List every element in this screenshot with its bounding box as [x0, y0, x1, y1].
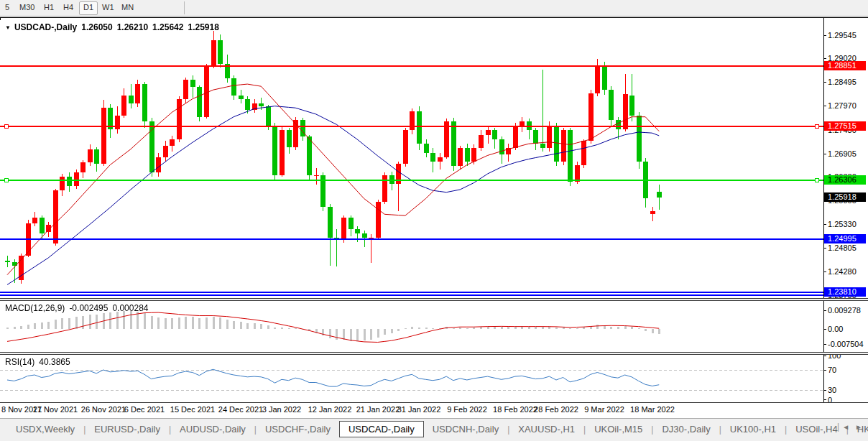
rsi-tick-label: 0 — [828, 396, 832, 404]
timeframe-toolbar: 5M30H1H4D1W1MN — [0, 0, 868, 17]
macd-main-value: -0.002495 — [69, 303, 108, 313]
rsi-legend: RSI(14)40.3865 — [5, 357, 70, 367]
price-tick-mark — [823, 248, 826, 249]
chart-title: ▼USDCAD-,Daily1.260501.262101.256421.259… — [5, 22, 219, 32]
price-tag-1.27515: 1.27515 — [824, 121, 866, 131]
timeframe-button-MN[interactable]: MN — [118, 1, 137, 14]
price-chart-canvas[interactable] — [0, 20, 823, 298]
date-label: 3 Jan 2022 — [262, 405, 301, 414]
price-tick-label: 1.29545 — [828, 31, 857, 40]
macd-label: MACD(12,26,9) — [5, 303, 65, 313]
macd-tick-mark — [823, 344, 826, 345]
date-label: 17 Nov 2021 — [33, 405, 78, 414]
timeframe-button-H1[interactable]: H1 — [40, 1, 57, 14]
chart-tab-bar: USDX,Weekly|EURUSD-,Daily|AUDUSD-,Daily|… — [0, 418, 868, 441]
rsi-tick-mark — [823, 399, 826, 400]
date-label: 24 Dec 2021 — [218, 405, 263, 414]
tab-dj30-daily[interactable]: DJ30-,Daily — [653, 422, 719, 437]
ohlc-high: 1.26210 — [117, 22, 148, 32]
tab-audusd-daily[interactable]: AUDUSD-,Daily — [171, 422, 254, 437]
rsi-tick-mark — [823, 370, 826, 371]
tab-xauusd-h1[interactable]: XAUUSD-,H1 — [509, 422, 583, 437]
rsi-tick-label: 30 — [828, 386, 836, 394]
chart-tabs: USDX,Weekly|EURUSD-,Daily|AUDUSD-,Daily|… — [7, 420, 868, 438]
price-tick-mark — [823, 224, 826, 225]
tab-usdx-weekly[interactable]: USDX,Weekly — [7, 422, 83, 437]
rsi-indicator-canvas[interactable] — [0, 355, 823, 402]
pane-splitter-macd[interactable] — [0, 298, 868, 301]
macd-tick-label: 0.00 — [828, 325, 843, 333]
price-tag-1.23810: 1.23810 — [824, 287, 866, 297]
mt4-window: 5M30H1H4D1W1MN ▼USDCAD-,Daily1.260501.26… — [0, 0, 868, 441]
price-tick-mark — [823, 35, 826, 36]
tab-eurusd-daily[interactable]: EURUSD-,Daily — [86, 422, 169, 437]
tab-ukoil-m15[interactable]: UKOil-,M15 — [586, 422, 651, 437]
date-label: 18 Feb 2022 — [493, 405, 537, 414]
tab-usdcad-daily[interactable]: USDCAD-,Daily — [339, 421, 424, 437]
ohlc-open: 1.26050 — [81, 22, 112, 32]
ohlc-low: 1.25642 — [152, 22, 183, 32]
price-tick-label: 1.27970 — [828, 101, 857, 110]
pane-splitter-rsi[interactable] — [0, 352, 868, 355]
chart-dropdown-icon[interactable]: ▼ — [5, 24, 11, 31]
price-tick-label: 1.24280 — [828, 267, 857, 276]
timeframe-button-D1[interactable]: D1 — [79, 1, 98, 15]
timeframe-button-5[interactable]: 5 — [1, 1, 13, 14]
macd-signal-value: 0.000284 — [112, 303, 148, 313]
price-tick-label: 1.24805 — [828, 243, 857, 252]
macd-tick-label: 0.009278 — [828, 306, 861, 315]
tab-scroll-right-icon[interactable]: ► — [855, 423, 862, 431]
date-label: 28 Feb 2022 — [534, 405, 578, 414]
rsi-tick-mark — [823, 356, 826, 356]
toolbar-separator — [184, 1, 185, 14]
date-label: 9 Mar 2022 — [584, 405, 624, 414]
price-tick-mark — [823, 82, 826, 83]
tab-usdcnh-daily[interactable]: USDCNH-,Daily — [424, 422, 507, 437]
macd-tick-mark — [823, 329, 826, 330]
price-tag-1.26306: 1.26306 — [824, 175, 866, 185]
price-tick-mark — [823, 58, 826, 59]
timeframe-button-H4[interactable]: H4 — [60, 1, 77, 14]
price-tick-mark — [823, 106, 826, 106]
price-tag-1.24995: 1.24995 — [824, 234, 866, 243]
date-label: 6 Dec 2021 — [124, 405, 165, 414]
rsi-value: 40.3865 — [39, 357, 70, 367]
time-axis: 8 Nov 202117 Nov 202126 Nov 20216 Dec 20… — [0, 403, 868, 417]
date-label: 15 Dec 2021 — [170, 405, 215, 414]
tab-scroll-left-icon[interactable]: ◄ — [842, 423, 849, 431]
rsi-pane-bottom-border — [0, 402, 868, 403]
price-tick-mark — [823, 154, 826, 154]
timeframe-button-M30[interactable]: M30 — [16, 1, 38, 14]
date-label: 26 Nov 2021 — [81, 405, 126, 414]
price-tick-label: 1.26905 — [828, 149, 857, 158]
chart-symbol-label: USDCAD-,Daily — [14, 22, 77, 32]
date-label: 12 Jan 2022 — [308, 405, 352, 414]
price-tick-label: 1.28495 — [828, 78, 857, 86]
date-label: 31 Jan 2022 — [397, 405, 441, 414]
macd-legend: MACD(12,26,9)-0.0024950.000284 — [5, 303, 148, 313]
tab-usdchf-daily[interactable]: USDCHF-,Daily — [257, 422, 339, 437]
date-label: 18 Mar 2022 — [630, 405, 675, 414]
rsi-tick-label: 70 — [828, 366, 836, 374]
price-tag-1.25918: 1.25918 — [824, 192, 866, 202]
price-tick-label: 1.25330 — [828, 220, 857, 228]
price-tag-1.28851: 1.28851 — [824, 61, 866, 70]
price-tick-mark — [823, 271, 826, 272]
timeframe-button-W1[interactable]: W1 — [98, 1, 118, 14]
macd-tick-label: -0.007504 — [828, 340, 864, 348]
date-label: 9 Feb 2022 — [447, 405, 487, 414]
tab-scroll-arrows: ◄► — [839, 423, 865, 431]
date-label: 21 Jan 2022 — [356, 405, 400, 414]
rsi-label: RSI(14) — [5, 357, 34, 367]
rsi-tick-mark — [823, 390, 826, 391]
tab-uk100-h1[interactable]: UK100-,H1 — [721, 422, 785, 437]
macd-tick-mark — [823, 310, 826, 311]
ohlc-close: 1.25918 — [188, 22, 218, 32]
